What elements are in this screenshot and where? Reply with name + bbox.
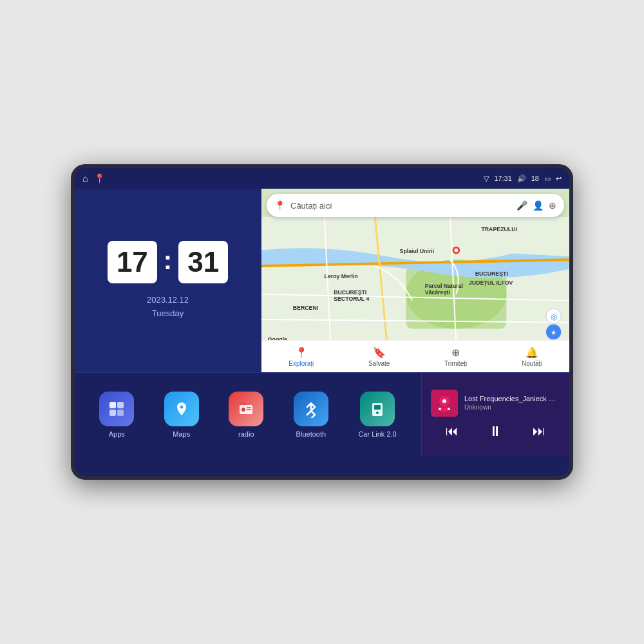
status-bar: ⌂ 📍 ▽ 17:31 🔊 18 ▭ ↩ (75, 168, 569, 189)
svg-rect-26 (109, 402, 116, 408)
radio-icon: FM (229, 392, 263, 426)
layers-icon[interactable]: ⊛ (549, 200, 556, 211)
map-nav-noutati[interactable]: 🔔 Noutăți (522, 346, 542, 367)
carlink-label: Car Link 2.0 (358, 430, 396, 438)
app-item-radio[interactable]: FM radio (229, 392, 263, 438)
clock-display: 17 : 31 (108, 241, 228, 283)
play-pause-button[interactable]: ⏸ (488, 423, 502, 440)
map-svg-area: TRAPEZULUI BUCUREȘTI JUDEȚUL ILFOV BERCE… (261, 217, 569, 340)
maps-pin-icon[interactable]: 📍 (94, 173, 105, 184)
map-pin-search-icon: 📍 (274, 200, 285, 211)
app-item-carlink[interactable]: Car Link 2.0 (358, 392, 396, 438)
apps-icon (99, 392, 134, 426)
app-item-bluetooth[interactable]: Bluetooth (294, 392, 328, 438)
clock-colon: : (164, 246, 172, 275)
noutati-icon: 🔔 (526, 346, 538, 359)
svg-point-21 (454, 249, 458, 252)
salvate-label: Salvate (368, 360, 390, 367)
bluetooth-label: Bluetooth (296, 430, 326, 438)
svg-text:JUDEȚUL ILFOV: JUDEȚUL ILFOV (469, 279, 513, 286)
top-row: 17 : 31 2023.12.12 Tuesday (75, 189, 569, 372)
music-thumbnail (431, 390, 458, 417)
app-item-apps[interactable]: Apps (99, 392, 134, 438)
maps-label: Maps (173, 430, 190, 438)
map-search-bar[interactable]: 📍 Căutați aici 🎤 👤 ⊛ (267, 194, 564, 217)
app-item-maps[interactable]: Maps (164, 392, 199, 438)
noutati-label: Noutăți (522, 360, 542, 367)
music-title: Lost Frequencies_Janieck Devy-... (464, 395, 560, 402)
salvate-icon: 🔖 (373, 346, 386, 359)
clock-date: 2023.12.12 Tuesday (147, 294, 189, 321)
apps-section: Apps Maps (75, 373, 421, 456)
svg-text:BERCENI: BERCENI (293, 305, 318, 311)
screen: ⌂ 📍 ▽ 17:31 🔊 18 ▭ ↩ 17 (75, 168, 569, 476)
svg-text:Leroy Merlin: Leroy Merlin (325, 274, 358, 280)
map-nav-salvate[interactable]: 🔖 Salvate (368, 346, 390, 367)
map-nav-trimiteti[interactable]: ⊕ Trimiteți (444, 346, 467, 367)
maps-icon (164, 392, 199, 426)
trimiteti-icon: ⊕ (451, 346, 460, 359)
svg-rect-28 (109, 410, 116, 416)
battery-level: 18 (531, 175, 539, 182)
clock-widget: 17 : 31 2023.12.12 Tuesday (75, 189, 261, 372)
volume-icon: 🔊 (517, 175, 526, 183)
home-icon[interactable]: ⌂ (82, 173, 88, 184)
battery-icon: ▭ (544, 175, 551, 183)
svg-text:BUCUREȘTI: BUCUREȘTI (334, 289, 366, 296)
status-right: ▽ 17:31 🔊 18 ▭ ↩ (484, 175, 562, 183)
status-left: ⌂ 📍 (82, 173, 105, 184)
svg-text:FM: FM (240, 402, 246, 406)
bottom-row: Apps Maps (75, 372, 569, 456)
svg-rect-36 (374, 405, 381, 410)
svg-point-40 (442, 399, 446, 403)
svg-rect-29 (117, 410, 124, 416)
prev-button[interactable]: ⏮ (446, 424, 459, 439)
svg-text:Văcărești: Văcărești (425, 289, 450, 296)
music-controls: ⏮ ⏸ ⏭ (431, 423, 560, 440)
svg-point-43 (448, 408, 450, 410)
next-button[interactable]: ⏭ (533, 424, 545, 439)
mic-icon[interactable]: 🎤 (516, 200, 527, 211)
map-search-actions: 🎤 👤 ⊛ (516, 200, 556, 211)
svg-text:TRAPEZULUI: TRAPEZULUI (481, 226, 517, 232)
back-icon[interactable]: ↩ (556, 175, 562, 183)
music-text: Lost Frequencies_Janieck Devy-... Unknow… (464, 395, 560, 411)
svg-text:Parcul Natural: Parcul Natural (425, 283, 463, 289)
svg-text:Splaiul Unirii: Splaiul Unirii (400, 248, 435, 254)
radio-label: radio (238, 430, 254, 438)
music-info: Lost Frequencies_Janieck Devy-... Unknow… (431, 390, 560, 417)
account-icon[interactable]: 👤 (533, 200, 544, 211)
music-artist: Unknown (464, 404, 560, 411)
map-background: 📍 Căutați aici 🎤 👤 ⊛ (261, 189, 569, 372)
map-search-text: Căutați aici (290, 201, 511, 211)
device-shell: ⌂ 📍 ▽ 17:31 🔊 18 ▭ ↩ 17 (71, 164, 573, 480)
bluetooth-icon (294, 392, 328, 426)
explorati-icon: 📍 (295, 346, 308, 359)
svg-rect-41 (440, 408, 448, 412)
apps-label: Apps (109, 430, 125, 438)
main-content: 17 : 31 2023.12.12 Tuesday (75, 189, 569, 476)
svg-text:◎: ◎ (551, 312, 557, 321)
music-section: Lost Frequencies_Janieck Devy-... Unknow… (421, 373, 569, 456)
svg-text:BUCUREȘTI: BUCUREȘTI (475, 270, 508, 277)
carlink-icon (360, 392, 395, 426)
signal-icon: ▽ (484, 175, 489, 183)
clock-hours: 17 (108, 241, 157, 283)
status-time: 17:31 (494, 175, 512, 182)
explorati-label: Explorați (289, 360, 314, 367)
trimiteti-label: Trimiteți (444, 360, 467, 367)
svg-point-37 (376, 412, 379, 414)
clock-minutes: 31 (178, 241, 228, 283)
svg-text:★: ★ (551, 329, 556, 336)
svg-rect-27 (117, 402, 124, 408)
map-nav-explorati[interactable]: 📍 Explorați (289, 346, 314, 367)
map-widget[interactable]: 📍 Căutați aici 🎤 👤 ⊛ (261, 189, 569, 372)
svg-point-42 (439, 408, 441, 410)
svg-point-31 (242, 408, 245, 412)
map-bottom-bar: 📍 Explorați 🔖 Salvate ⊕ Trimiteți (261, 340, 569, 372)
svg-text:SECTORUL 4: SECTORUL 4 (334, 296, 369, 302)
